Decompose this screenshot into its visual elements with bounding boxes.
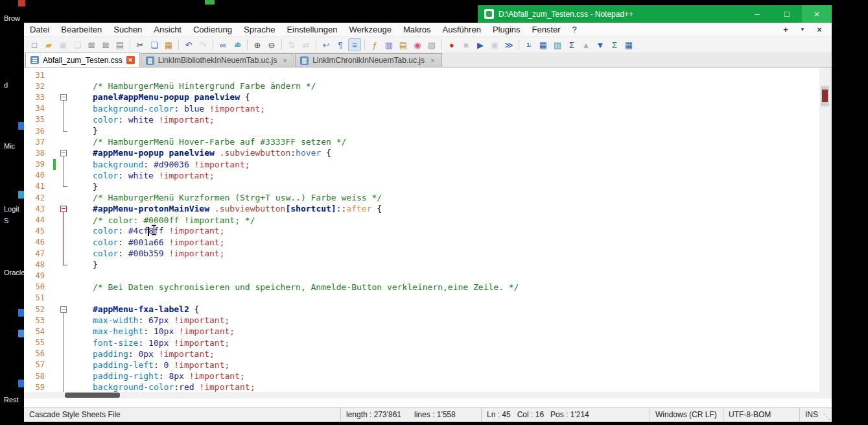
document-list-icon[interactable]: ▤	[397, 38, 410, 51]
code-text[interactable]: background-color:red !important;	[71, 382, 255, 392]
code-line-54[interactable]: 54max-height: 10px !important;	[24, 326, 819, 337]
macro-play-icon[interactable]: ▶	[474, 38, 487, 51]
indent-guide-icon[interactable]: ≡	[348, 38, 361, 51]
desktop-icon-label[interactable]: Rest	[4, 396, 19, 404]
save-file-icon[interactable]: ▣	[56, 38, 69, 51]
minimize-button[interactable]: –	[742, 5, 772, 23]
tab-2[interactable]: LinkImBibliothekInNeuemTab.uc.js×	[141, 53, 294, 67]
desktop-icon-label[interactable]: Mic	[4, 142, 15, 150]
code-text[interactable]: /* color: #0000ff !important; */	[71, 215, 255, 225]
close-file-icon[interactable]: ⊠	[85, 38, 98, 51]
macro-stop-icon[interactable]: ■	[460, 38, 473, 51]
close-button[interactable]: ×	[802, 5, 832, 23]
document-map-icon[interactable]: ▥	[382, 38, 395, 51]
code-text[interactable]: color: white !important;	[71, 115, 215, 125]
code-editor[interactable]: 3132/* HamburgerMenü Hintergrund Farbe ä…	[24, 67, 819, 392]
code-line-44[interactable]: 44/* color: #0000ff !important; */	[24, 214, 819, 225]
paste-icon[interactable]: ▦	[162, 38, 175, 51]
macro-run-multiple-icon[interactable]: ≫	[502, 38, 515, 51]
find-icon[interactable]: ∞	[217, 38, 229, 51]
code-line-36[interactable]: 36}	[24, 125, 819, 136]
macro-save-icon[interactable]: ▣	[488, 38, 501, 51]
code-text[interactable]: panel#appMenu-popup panelview {	[71, 92, 250, 102]
grid-view-2-icon[interactable]: ▦	[622, 38, 635, 51]
code-line-49[interactable]: 49	[24, 270, 819, 281]
status-encoding[interactable]: UTF-8-BOM	[723, 407, 799, 422]
zoom-in-icon[interactable]: ⊕	[251, 38, 264, 51]
code-text[interactable]: #appMenu-popup panelview .subviewbutton:…	[71, 148, 331, 158]
doc-switcher-icon[interactable]: ▧	[425, 38, 438, 51]
cut-icon[interactable]: ✂	[134, 38, 147, 51]
fold-collapse-icon[interactable]	[60, 206, 67, 212]
code-line-48[interactable]: 48}	[24, 259, 819, 270]
code-line-58[interactable]: 58padding-right: 8px !important;	[24, 370, 819, 382]
copy-icon[interactable]: ❏	[148, 38, 161, 51]
menu-ausführen[interactable]: Ausführen	[437, 23, 487, 36]
code-text[interactable]: }	[71, 126, 98, 136]
sort-descending-icon[interactable]: ▼	[594, 38, 607, 51]
fold-collapse-icon[interactable]	[60, 150, 67, 156]
code-line-39[interactable]: 39background: #d90036 !important;	[24, 159, 819, 170]
status-insert-mode[interactable]: INS	[799, 407, 821, 422]
code-line-59[interactable]: 59background-color:red !important;	[24, 382, 819, 392]
code-text[interactable]: /* HamburgerMenü Hover-Farbe auf #3333FF…	[71, 137, 346, 147]
zoom-out-icon[interactable]: ⊖	[265, 38, 278, 51]
code-text[interactable]: /* HamburgerMenü Kurzformen (Strg+T usw.…	[71, 193, 382, 202]
fold-collapse-icon[interactable]	[60, 94, 67, 101]
code-line-53[interactable]: 53max-width: 67px !important;	[24, 315, 819, 326]
grid-view-icon[interactable]: ▦	[537, 38, 550, 51]
title-bar[interactable]: D:\Abfall_zum_Testen.css - Notepad++ – □…	[478, 5, 832, 23]
code-line-41[interactable]: 41}	[24, 181, 819, 192]
save-all-icon[interactable]: ❏	[71, 38, 84, 51]
tab-close-icon[interactable]: ×	[126, 56, 135, 64]
redo-icon[interactable]: ↷	[196, 38, 209, 51]
menu-bearbeiten[interactable]: Bearbeiten	[55, 23, 108, 36]
vertical-scrollbar[interactable]	[819, 67, 830, 398]
sum-tool-icon[interactable]: Σ	[565, 38, 578, 51]
open-file-icon[interactable]: ▰	[42, 38, 55, 51]
desktop-icon-label[interactable]: Oracle	[4, 269, 25, 276]
word-wrap-icon[interactable]: ↩	[320, 38, 333, 51]
close-document-icon[interactable]: ×	[815, 25, 824, 34]
desktop-icon-label[interactable]: d	[4, 81, 8, 89]
code-text[interactable]: #appMenu-fxa-label2 {	[71, 304, 199, 314]
menu-datei[interactable]: Datei	[24, 23, 55, 36]
new-tab-icon[interactable]: +	[781, 25, 790, 34]
sync-horizontal-scroll-icon[interactable]: ⇄	[299, 38, 312, 51]
horizontal-scrollbar[interactable]	[24, 392, 819, 398]
menu-suchen[interactable]: Suchen	[108, 23, 148, 36]
code-line-46[interactable]: 46color: #001a66 !important;	[24, 237, 819, 248]
code-line-40[interactable]: 40color: white !important;	[24, 170, 819, 181]
code-text[interactable]: font-size: 10px !important;	[71, 338, 229, 348]
code-line-35[interactable]: 35color: white !important;	[24, 114, 819, 125]
vertical-scrollbar-thumb[interactable]	[821, 86, 829, 106]
code-text[interactable]: padding: 0px !important;	[71, 349, 215, 359]
code-line-47[interactable]: 47color: #00b359 !important;	[24, 248, 819, 259]
fold-collapse-icon[interactable]	[60, 306, 67, 313]
code-text[interactable]: padding-left: 0 !important;	[71, 360, 229, 370]
tab-close-icon[interactable]: ×	[428, 56, 437, 65]
sort-lines-icon[interactable]: 1↓	[522, 38, 535, 51]
code-text[interactable]: color: #4cf8ff !important;	[71, 226, 225, 236]
menu-ansicht[interactable]: Ansicht	[148, 23, 187, 36]
function-list-icon[interactable]: ƒ	[368, 38, 381, 51]
menu-plugins[interactable]: Plugins	[487, 23, 526, 36]
tab-list-icon[interactable]: ▼	[798, 27, 807, 32]
code-text[interactable]: color: #001a66 !important;	[71, 237, 225, 247]
code-line-42[interactable]: 42/* HamburgerMenü Kurzformen (Strg+T us…	[24, 192, 819, 203]
code-line-33[interactable]: 33panel#appMenu-popup panelview {	[24, 91, 819, 103]
desktop-icon-label[interactable]: S	[4, 217, 8, 225]
replace-icon[interactable]: ab	[231, 38, 244, 51]
code-line-37[interactable]: 37/* HamburgerMenü Hover-Farbe auf #3333…	[24, 136, 819, 147]
tab-3[interactable]: LinkImChronikInNeuemTab.uc.js×	[295, 53, 442, 67]
code-text[interactable]: max-width: 67px !important;	[71, 315, 229, 325]
code-line-50[interactable]: 50/* Bei Daten sychronisieren und speich…	[24, 282, 819, 293]
code-line-51[interactable]: 51	[24, 293, 819, 304]
menu-help[interactable]: ?	[567, 23, 583, 36]
code-text[interactable]: background-color: blue !important;	[71, 104, 265, 114]
code-text[interactable]: #appMenu-protonMainView .subviewbutton[s…	[71, 204, 382, 213]
code-text[interactable]: /* HamburgerMenü Hintergrund Farbe änder…	[71, 81, 316, 91]
desktop-icon-label[interactable]: Brow	[4, 14, 20, 22]
resize-grip[interactable]: ⋱	[821, 407, 832, 422]
code-text[interactable]: max-height: 10px !important;	[71, 326, 235, 336]
